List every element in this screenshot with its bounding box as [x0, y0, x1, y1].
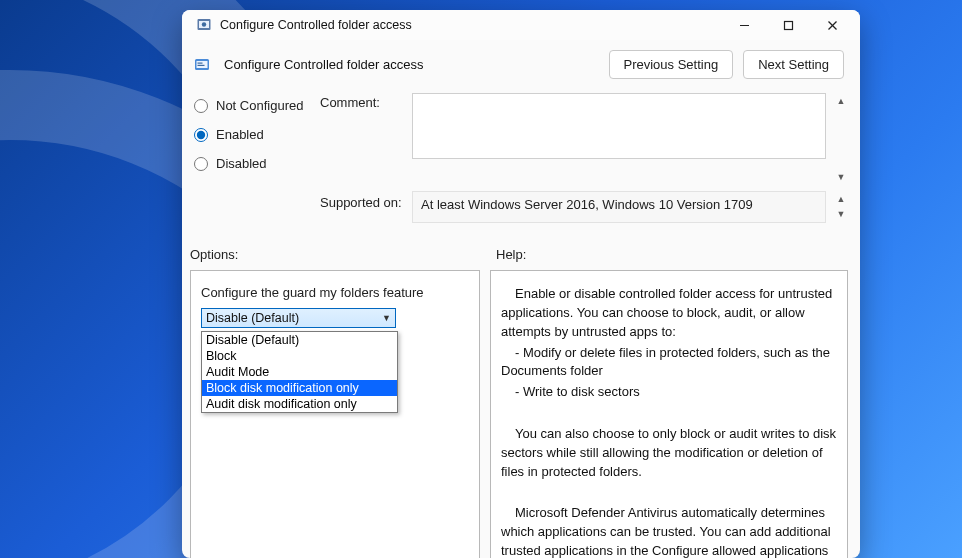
svg-point-2 — [202, 22, 206, 26]
comment-label: Comment: — [320, 93, 404, 185]
comment-input[interactable] — [412, 93, 826, 159]
dialog-window: Configure Controlled folder access Confi… — [182, 10, 860, 558]
options-panel: Configure the guard my folders feature D… — [190, 270, 480, 558]
toolbar: Configure Controlled folder access Previ… — [182, 40, 860, 93]
svg-rect-10 — [198, 64, 205, 65]
state-radio-group: Not Configured Enabled Disabled — [190, 93, 312, 185]
scroll-up-icon[interactable]: ▲ — [834, 94, 848, 108]
help-text: - Write to disk sectors — [501, 383, 837, 402]
radio-enabled[interactable]: Enabled — [194, 127, 312, 142]
window-title: Configure Controlled folder access — [220, 18, 722, 32]
supported-scrollbar[interactable]: ▲ ▼ — [834, 185, 848, 221]
supported-on-value: At least Windows Server 2016, Windows 10… — [412, 191, 826, 223]
maximize-button[interactable] — [766, 10, 810, 40]
dropdown-option[interactable]: Disable (Default) — [202, 332, 397, 348]
comment-scrollbar[interactable]: ▲ ▼ — [834, 93, 848, 185]
guard-mode-dropdown[interactable]: Disable (Default)BlockAudit ModeBlock di… — [201, 331, 398, 413]
chevron-down-icon: ▼ — [382, 313, 391, 323]
scroll-down-icon[interactable]: ▼ — [834, 170, 848, 184]
minimize-button[interactable] — [722, 10, 766, 40]
scroll-down-icon[interactable]: ▼ — [834, 207, 848, 221]
option-description: Configure the guard my folders feature — [201, 285, 469, 300]
help-panel: Enable or disable controlled folder acce… — [490, 270, 848, 558]
svg-rect-8 — [197, 61, 208, 68]
dropdown-option[interactable]: Block disk modification only — [202, 380, 397, 396]
next-setting-button[interactable]: Next Setting — [743, 50, 844, 79]
help-text: Enable or disable controlled folder acce… — [501, 285, 837, 342]
radio-not-configured[interactable]: Not Configured — [194, 98, 312, 113]
close-button[interactable] — [810, 10, 854, 40]
dropdown-option[interactable]: Block — [202, 348, 397, 364]
help-text: You can also choose to only block or aud… — [501, 425, 837, 482]
radio-disabled[interactable]: Disabled — [194, 156, 312, 171]
svg-rect-4 — [784, 21, 792, 29]
policy-icon — [194, 57, 210, 73]
select-value: Disable (Default) — [206, 311, 299, 325]
svg-rect-9 — [198, 62, 203, 63]
help-text: - Modify or delete files in protected fo… — [501, 344, 837, 382]
options-section-label: Options: — [190, 247, 496, 262]
supported-on-label: Supported on: — [320, 185, 404, 223]
help-section-label: Help: — [496, 247, 526, 262]
app-icon — [196, 17, 212, 33]
header-label: Configure Controlled folder access — [224, 57, 599, 72]
guard-mode-select[interactable]: Disable (Default) ▼ — [201, 308, 396, 328]
scroll-up-icon[interactable]: ▲ — [834, 192, 848, 206]
dropdown-option[interactable]: Audit disk modification only — [202, 396, 397, 412]
titlebar: Configure Controlled folder access — [182, 10, 860, 40]
previous-setting-button[interactable]: Previous Setting — [609, 50, 734, 79]
dropdown-option[interactable]: Audit Mode — [202, 364, 397, 380]
help-text: Microsoft Defender Antivirus automatical… — [501, 504, 837, 558]
